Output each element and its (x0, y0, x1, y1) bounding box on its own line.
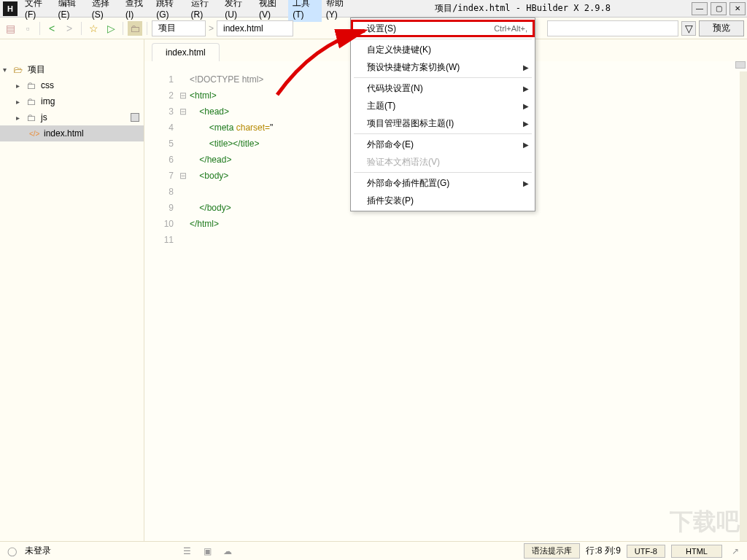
menu-item[interactable]: 插件安装(P) (351, 192, 535, 209)
filter-icon[interactable]: ▽ (681, 21, 696, 36)
tree-file-index[interactable]: </>index.html (0, 125, 144, 141)
terminal-icon[interactable]: ▣ (200, 544, 214, 559)
run-icon[interactable]: ▷ (104, 21, 118, 36)
folder-icon[interactable]: 🗀 (128, 21, 142, 36)
forward-icon[interactable]: > (62, 21, 77, 36)
menu-item[interactable]: 外部命令插件配置(G)▶ (351, 174, 535, 192)
menu-item[interactable]: 设置(S)Ctrl+Alt+, (351, 20, 535, 37)
tree-root[interactable]: ▾🗁项目 (0, 61, 144, 77)
cloud-icon[interactable]: ☁ (220, 544, 235, 559)
menu-item[interactable]: 主题(T)▶ (351, 97, 535, 114)
menu-7[interactable]: 视图(V) (255, 0, 288, 22)
menu-item[interactable]: 代码块设置(N)▶ (351, 79, 535, 97)
back-icon[interactable]: < (44, 21, 59, 36)
list-icon[interactable]: ☰ (179, 544, 194, 559)
project-sidebar: ▾🗁项目 ▸🗀css▸🗀img▸🗀js </>index.html (0, 39, 144, 541)
statusbar: ◯ 未登录 ☰ ▣ ☁ 语法提示库 行:8 列:9 UTF-8 HTML ↗ (0, 541, 747, 560)
login-status[interactable]: 未登录 (25, 545, 51, 557)
tab-index-html[interactable]: index.html (152, 43, 220, 61)
menubar: 文件(F)编辑(E)选择(S)查找(I)跳转(G)运行(R)发行(U)视图(V)… (20, 0, 355, 22)
app-icon: H (3, 1, 18, 16)
user-icon[interactable]: ◯ (4, 544, 19, 559)
close-button[interactable]: ✕ (729, 2, 746, 15)
tree-folder-img[interactable]: ▸🗀img (0, 93, 144, 109)
menu-1[interactable]: 编辑(E) (54, 0, 88, 22)
menu-4[interactable]: 跳转(G) (152, 0, 186, 22)
menu-item: 验证本文档语法(V) (351, 153, 535, 171)
tree-folder-js[interactable]: ▸🗀js (0, 109, 144, 125)
star-icon[interactable]: ☆ (86, 21, 101, 36)
scrollbar-up[interactable] (735, 61, 746, 69)
tree-folder-css[interactable]: ▸🗀css (0, 77, 144, 93)
breadcrumb-project[interactable]: 项目 (152, 20, 206, 36)
menu-8[interactable]: 工具(T) (288, 0, 322, 22)
menu-0[interactable]: 文件(F) (20, 0, 54, 22)
maximize-button[interactable]: ▢ (711, 2, 727, 15)
menu-item[interactable]: 自定义快捷键(K) (351, 41, 535, 58)
expand-icon[interactable]: ↗ (728, 544, 743, 559)
menu-item[interactable]: 项目管理器图标主题(I)▶ (351, 114, 535, 132)
menu-6[interactable]: 发行(U) (220, 0, 255, 22)
menu-3[interactable]: 查找(I) (121, 0, 152, 22)
save-icon[interactable]: ▫ (20, 21, 35, 36)
menu-item[interactable]: 预设快捷键方案切换(W)▶ (351, 58, 535, 76)
window-title: 项目/index.html - HBuilder X 2.9.8 (355, 2, 690, 15)
titlebar: H 文件(F)编辑(E)选择(S)查找(I)跳转(G)运行(R)发行(U)视图(… (0, 0, 747, 18)
new-file-icon[interactable]: ▤ (3, 21, 18, 36)
encoding-button[interactable]: UTF-8 (627, 545, 665, 558)
menu-item[interactable]: 外部命令(E)▶ (351, 136, 535, 153)
breadcrumb-file[interactable]: index.html (217, 20, 293, 36)
search-input[interactable] (547, 20, 678, 36)
preview-button[interactable]: 预览 (699, 20, 744, 36)
menu-2[interactable]: 选择(S) (88, 0, 121, 22)
language-button[interactable]: HTML (671, 545, 722, 558)
tools-dropdown: 设置(S)Ctrl+Alt+,自定义快捷键(K)预设快捷键方案切换(W)▶代码块… (350, 18, 535, 211)
minimize-button[interactable]: — (692, 2, 708, 15)
window-controls: — ▢ ✕ (690, 2, 747, 15)
editor-scrollbar[interactable] (740, 71, 747, 541)
cursor-position: 行:8 列:9 (586, 545, 620, 557)
syntax-hint-button[interactable]: 语法提示库 (524, 543, 580, 559)
menu-5[interactable]: 运行(R) (187, 0, 221, 22)
